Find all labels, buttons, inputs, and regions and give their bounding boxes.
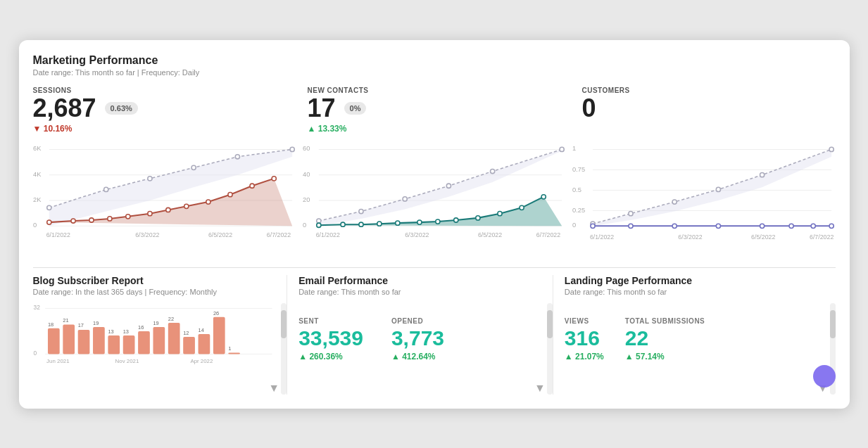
- svg-text:6/5/2022: 6/5/2022: [751, 233, 775, 240]
- svg-point-19: [107, 216, 111, 220]
- svg-text:16: 16: [138, 324, 144, 331]
- svg-text:6/7/2022: 6/7/2022: [536, 231, 560, 238]
- email-metrics-row: SENT 33,539 ▲ 260.36% OPENED 3,773 ▲ 412…: [298, 317, 541, 361]
- svg-text:1: 1: [228, 345, 231, 351]
- svg-text:0.75: 0.75: [572, 165, 585, 172]
- lp-title: Landing Page Performance: [565, 275, 807, 286]
- svg-text:14: 14: [198, 326, 203, 333]
- svg-text:1: 1: [572, 145, 576, 152]
- blog-scrollbar[interactable]: [281, 303, 287, 395]
- svg-point-46: [560, 147, 564, 151]
- svg-point-43: [403, 196, 407, 200]
- svg-text:6/7/2022: 6/7/2022: [810, 233, 834, 240]
- svg-text:12: 12: [183, 329, 189, 335]
- svg-point-83: [672, 224, 677, 228]
- customers-value: 0: [582, 96, 596, 121]
- svg-point-84: [716, 224, 720, 228]
- email-subtitle: Date range: This month so far: [298, 288, 541, 296]
- svg-point-52: [396, 221, 400, 225]
- svg-text:6/3/2022: 6/3/2022: [135, 231, 159, 238]
- customers-label: CUSTOMERS: [582, 87, 822, 94]
- lp-submissions-change: ▲ 57.14%: [625, 352, 705, 361]
- metrics-row: SESSIONS 2,687 0.63% ▼ 10.16% NEW CONTAC…: [33, 87, 836, 134]
- blog-scroll-down-icon[interactable]: ▼: [268, 382, 279, 395]
- svg-text:Nov 2021: Nov 2021: [115, 358, 139, 364]
- svg-text:6/5/2022: 6/5/2022: [478, 231, 502, 238]
- svg-point-87: [811, 224, 815, 228]
- svg-point-79: [760, 172, 765, 177]
- svg-text:20: 20: [303, 196, 310, 203]
- svg-point-56: [476, 215, 480, 219]
- svg-text:22: 22: [168, 316, 173, 322]
- svg-rect-113: [168, 322, 180, 353]
- svg-point-88: [829, 224, 834, 228]
- email-scroll-down-icon[interactable]: ▼: [534, 382, 546, 395]
- new-contacts-change: ▲ 13.33%: [308, 124, 547, 134]
- svg-point-26: [249, 184, 253, 188]
- svg-point-17: [70, 218, 75, 222]
- svg-text:13: 13: [108, 328, 113, 334]
- svg-point-82: [629, 224, 633, 228]
- new-contacts-value: 17: [308, 96, 336, 121]
- svg-point-58: [520, 205, 524, 210]
- lp-submissions-value: 22: [625, 328, 705, 349]
- svg-rect-109: [138, 331, 150, 354]
- new-contacts-badge: 0%: [344, 102, 367, 115]
- svg-text:6/3/2022: 6/3/2022: [679, 233, 703, 240]
- email-sent-value: 33,539: [298, 328, 363, 349]
- sessions-change: ▼ 10.16%: [33, 124, 272, 134]
- blog-title: Blog Subscriber Report: [33, 275, 276, 286]
- sessions-metric: SESSIONS 2,687 0.63% ▼ 10.16%: [33, 87, 287, 134]
- svg-point-86: [789, 224, 793, 228]
- email-sent-change: ▲ 260.36%: [298, 352, 363, 361]
- blog-subtitle: Date range: In the last 365 days | Frequ…: [33, 288, 276, 296]
- customers-chart: 1 0.75 0.5 0.25 0: [572, 141, 835, 260]
- svg-point-48: [317, 223, 321, 227]
- svg-text:6/1/2022: 6/1/2022: [590, 233, 614, 240]
- svg-rect-107: [122, 335, 134, 354]
- blog-panel: Blog Subscriber Report Date range: In th…: [33, 275, 287, 395]
- dashboard-subtitle: Date range: This month so far | Frequenc…: [33, 68, 836, 77]
- svg-text:0: 0: [572, 222, 576, 229]
- svg-text:19: 19: [153, 319, 158, 326]
- landing-page-panel: Landing Page Performance Date range: Thi…: [553, 275, 836, 395]
- svg-point-18: [89, 217, 93, 222]
- svg-rect-119: [213, 316, 225, 354]
- svg-point-25: [227, 192, 232, 196]
- svg-text:6/5/2022: 6/5/2022: [208, 231, 232, 238]
- svg-point-80: [829, 147, 834, 151]
- blog-chart: 32 0 18 21 17 19: [33, 303, 276, 395]
- new-contacts-label: NEW CONTACTS: [308, 87, 547, 94]
- lp-views-change: ▲ 21.07%: [565, 352, 604, 361]
- lp-metrics-row: VIEWS 316 ▲ 21.07% TOTAL SUBMISSIONS 22 …: [565, 317, 807, 361]
- svg-point-78: [716, 187, 720, 191]
- sessions-value: 2,687: [33, 96, 96, 121]
- svg-text:13: 13: [122, 328, 128, 334]
- new-contacts-metric: NEW CONTACTS 17 0% ▲ 13.33%: [287, 87, 561, 134]
- svg-point-76: [629, 211, 633, 215]
- svg-text:19: 19: [93, 319, 99, 326]
- svg-point-53: [417, 219, 422, 224]
- svg-point-49: [341, 222, 345, 226]
- svg-point-59: [541, 194, 546, 198]
- email-scrollbar[interactable]: [547, 303, 553, 395]
- svg-text:17: 17: [77, 322, 83, 328]
- svg-point-12: [191, 165, 196, 169]
- svg-rect-111: [153, 326, 165, 353]
- sessions-label: SESSIONS: [33, 87, 272, 94]
- svg-point-16: [46, 219, 51, 224]
- svg-point-77: [672, 199, 677, 203]
- svg-point-51: [377, 222, 382, 226]
- svg-point-10: [103, 187, 108, 191]
- dashboard: Marketing Performance Date range: This m…: [19, 40, 850, 409]
- email-opened-metric: OPENED 3,773 ▲ 412.64%: [391, 317, 444, 361]
- email-panel: Email Performance Date range: This month…: [287, 275, 553, 395]
- sessions-value-row: 2,687 0.63%: [33, 96, 272, 121]
- svg-text:6/3/2022: 6/3/2022: [405, 231, 429, 238]
- dashboard-title: Marketing Performance: [33, 54, 836, 67]
- svg-text:32: 32: [33, 304, 40, 311]
- svg-text:0: 0: [33, 222, 37, 229]
- sessions-chart: 6K 4K 2K 0: [33, 141, 296, 260]
- marketing-performance-section: Marketing Performance Date range: This m…: [33, 54, 836, 260]
- svg-text:60: 60: [303, 145, 310, 152]
